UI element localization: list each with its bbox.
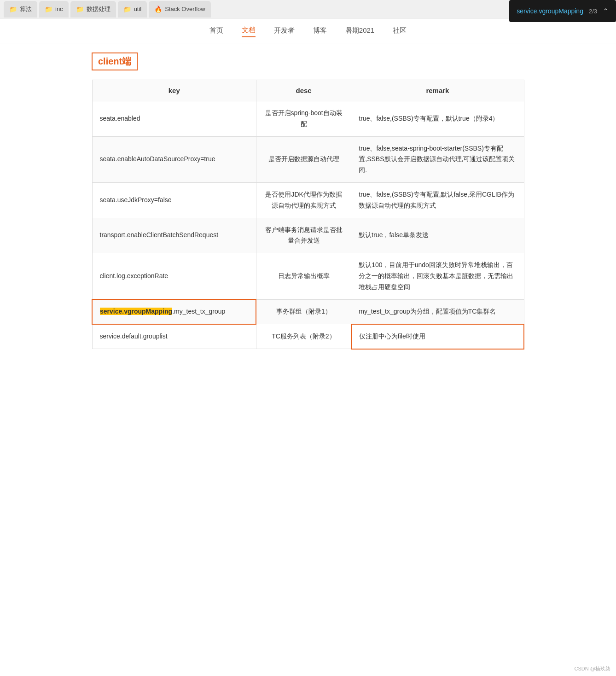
cell-key: seata.useJdkProxy=false (92, 182, 256, 218)
cell-key: service.default.grouplist (92, 324, 256, 349)
cell-remark: 默认true，false单条发送 (351, 218, 524, 253)
table-row: seata.enabled是否开启spring-boot自动装配true、fal… (92, 101, 524, 137)
nav-community[interactable]: 社区 (393, 24, 407, 37)
table-row: seata.useJdkProxy=false是否使用JDK代理作为数据源自动代… (92, 182, 524, 218)
cell-key: client.log.exceptionRate (92, 253, 256, 299)
page-content: client端 key desc remark seata.enabled是否开… (82, 52, 534, 350)
cell-desc: 日志异常输出概率 (256, 253, 351, 299)
tab-bar: 📁 算法 📁 inc 📁 数据处理 📁 util 🔥 Stack Overflo… (0, 0, 616, 18)
section-heading: client端 (92, 52, 138, 70)
folder-icon: 📁 (9, 6, 17, 13)
cell-remark: 默认100，目前用于undo回滚失败时异常堆栈输出，百分之一的概率输出，回滚失败… (351, 253, 524, 299)
tab-suanfa[interactable]: 📁 算法 (4, 1, 37, 17)
table-row: client.log.exceptionRate日志异常输出概率默认100，目前… (92, 253, 524, 299)
folder-icon: 📁 (45, 6, 52, 13)
col-header-desc: desc (256, 80, 351, 101)
col-header-remark: remark (351, 80, 524, 101)
cell-remark: my_test_tx_group为分组，配置项值为TC集群名 (351, 299, 524, 324)
config-table: key desc remark seata.enabled是否开启spring-… (92, 80, 524, 350)
table-header-row: key desc remark (92, 80, 524, 101)
active-tab-title: service.vgroupMapping (517, 7, 583, 15)
table-row: seata.enableAutoDataSourceProxy=true是否开启… (92, 136, 524, 182)
cell-key: seata.enabled (92, 101, 256, 137)
table-row: service.default.grouplistTC服务列表（附录2）仅注册中… (92, 324, 524, 349)
key-suffix: .my_test_tx_group (172, 308, 225, 315)
nav-docs[interactable]: 文档 (242, 24, 256, 37)
tab-label: inc (55, 6, 63, 12)
cell-desc: 是否开启数据源自动代理 (256, 136, 351, 182)
section-heading-text: client端 (98, 56, 131, 66)
cell-desc: 是否开启spring-boot自动装配 (256, 101, 351, 137)
tab-stackoverflow[interactable]: 🔥 Stack Overflow (149, 1, 210, 17)
active-tab-popup: service.vgroupMapping 2/3 ⌃ (509, 0, 616, 22)
cell-remark: true、false,(SSBS)专有配置,默认false,采用CGLIB作为数… (351, 182, 524, 218)
nav-summer2021[interactable]: 暑期2021 (345, 24, 374, 37)
col-header-key: key (92, 80, 256, 101)
fire-icon: 🔥 (154, 6, 162, 13)
tab-shujuchuli[interactable]: 📁 数据处理 (70, 1, 116, 17)
nav-dev[interactable]: 开发者 (274, 24, 295, 37)
tab-label: Stack Overflow (165, 6, 205, 12)
cell-remark: true、false,(SSBS)专有配置，默认true（附录4） (351, 101, 524, 137)
chevron-up-button[interactable]: ⌃ (603, 7, 609, 16)
cell-remark: 仅注册中心为file时使用 (351, 324, 524, 349)
tab-label: util (134, 6, 142, 12)
cell-desc: 事务群组（附录1） (256, 299, 351, 324)
cell-key: seata.enableAutoDataSourceProxy=true (92, 136, 256, 182)
cell-desc: 客户端事务消息请求是否批量合并发送 (256, 218, 351, 253)
tab-util[interactable]: 📁 util (118, 1, 147, 17)
folder-icon: 📁 (123, 6, 131, 13)
nav-home[interactable]: 首页 (209, 24, 223, 37)
cell-desc: 是否使用JDK代理作为数据源自动代理的实现方式 (256, 182, 351, 218)
tab-label: 数据处理 (87, 5, 110, 13)
active-tab-counter: 2/3 (589, 8, 597, 15)
cell-key: transport.enableClientBatchSendRequest (92, 218, 256, 253)
cell-key: service.vgroupMapping.my_test_tx_group (92, 299, 256, 324)
tab-label: 算法 (20, 5, 32, 13)
table-row: transport.enableClientBatchSendRequest客户… (92, 218, 524, 253)
cell-desc: TC服务列表（附录2） (256, 324, 351, 349)
key-highlight-prefix: service.vgroupMapping (100, 308, 172, 315)
nav-blog[interactable]: 博客 (313, 24, 327, 37)
tab-inc[interactable]: 📁 inc (39, 1, 69, 17)
cell-remark: true、false,seata-spring-boot-starter(SSB… (351, 136, 524, 182)
table-row: service.vgroupMapping.my_test_tx_group事务… (92, 299, 524, 324)
folder-icon: 📁 (76, 6, 84, 13)
nav-bar: 首页 文档 开发者 博客 暑期2021 社区 (0, 18, 616, 43)
